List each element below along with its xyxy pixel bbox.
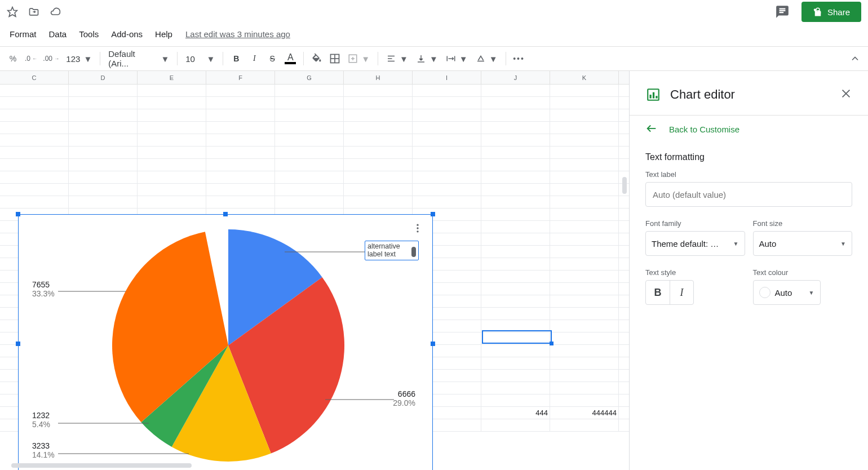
chart-menu-icon[interactable] [412, 223, 423, 236]
increase-decimal-button[interactable]: .00 → [41, 50, 61, 67]
svg-rect-17 [650, 95, 652, 99]
font-size-label: Font size [753, 219, 853, 228]
toolbar: % .0 ← .00 → 123▼ Default (Ari...▼ 10▼ B… [0, 46, 868, 71]
collapse-toolbar-icon[interactable] [847, 50, 863, 67]
menu-bar: Format Data Tools Add-ons Help Last edit… [0, 24, 868, 44]
svg-rect-18 [653, 92, 654, 99]
back-link-text: Back to Customise [669, 125, 739, 134]
svg-point-15 [417, 230, 418, 232]
section-title: Text formatting [645, 152, 852, 162]
comments-icon[interactable] [771, 1, 794, 23]
move-folder-icon[interactable] [28, 6, 39, 17]
font-size-select[interactable]: 10▼ [182, 50, 218, 67]
pie-chart[interactable] [110, 227, 347, 464]
valign-button[interactable]: ▼ [413, 50, 441, 67]
number-format-button[interactable]: 123▼ [63, 50, 95, 67]
col-header-e[interactable]: E [138, 71, 206, 84]
text-style-label: Text style [645, 268, 745, 277]
menu-tools[interactable]: Tools [74, 27, 104, 41]
text-label-input[interactable] [645, 182, 852, 207]
svg-point-14 [417, 227, 418, 229]
col-header-k[interactable]: K [550, 71, 619, 84]
label-editor-scrollbar[interactable] [411, 247, 416, 257]
col-header-j[interactable]: J [481, 71, 550, 84]
last-edit-link[interactable]: Last edit was 3 minutes ago [185, 29, 290, 39]
font-size-select[interactable]: Auto▼ [753, 231, 853, 256]
text-colour-select[interactable]: Auto▼ [753, 280, 821, 305]
back-to-customise[interactable]: Back to Customise [630, 115, 868, 143]
panel-title: Chart editor [670, 87, 735, 102]
chart-editor-panel: Chart editor Back to Customise Text form… [629, 71, 868, 470]
rotate-button[interactable]: ▼ [472, 50, 501, 67]
borders-button[interactable] [326, 50, 343, 67]
data-label[interactable]: 3233 14.1% [32, 441, 55, 459]
active-cell-handle[interactable] [550, 342, 553, 345]
svg-point-13 [417, 224, 418, 226]
strikethrough-button[interactable]: S [264, 50, 281, 67]
label-editor-text: alternative label text [367, 242, 400, 258]
col-header-h[interactable]: H [344, 71, 413, 84]
cloud-status-icon[interactable] [50, 6, 61, 17]
star-icon[interactable] [7, 6, 18, 17]
col-header-i[interactable]: I [413, 71, 481, 84]
col-header-f[interactable]: F [206, 71, 275, 84]
text-label-label: Text label [645, 170, 852, 179]
svg-rect-19 [656, 96, 657, 98]
fill-color-button[interactable] [308, 50, 325, 67]
col-header-g[interactable]: G [275, 71, 344, 84]
font-family-label: Font family [645, 219, 745, 228]
share-label: Share [827, 7, 850, 17]
halign-button[interactable]: ▼ [383, 50, 411, 67]
bold-button[interactable]: B [228, 50, 245, 67]
horizontal-scrollbar[interactable] [0, 461, 629, 470]
menu-addons[interactable]: Add-ons [106, 27, 148, 41]
percent-button[interactable]: % [5, 50, 21, 67]
data-label[interactable]: 7655 33.3% [32, 280, 55, 298]
col-header-d[interactable]: D [69, 71, 138, 84]
text-color-button[interactable]: A [282, 50, 299, 67]
label-editor[interactable]: alternative label text [365, 241, 419, 260]
more-button[interactable]: ••• [511, 50, 528, 67]
merge-button[interactable]: ▼ [344, 50, 373, 67]
svg-marker-0 [8, 7, 17, 17]
chart-object[interactable]: alternative label text 6666 29.0% 3233 1… [18, 214, 433, 470]
vertical-scrollbar[interactable] [620, 177, 629, 453]
font-family-select[interactable]: Theme default: …▼ [645, 231, 745, 256]
italic-toggle[interactable]: I [670, 281, 693, 304]
menu-help[interactable]: Help [150, 27, 178, 41]
menu-format[interactable]: Format [5, 27, 42, 41]
spreadsheet-grid[interactable]: C D E F G H I J K 444444444 [0, 71, 629, 470]
wrap-button[interactable]: ▼ [442, 50, 471, 67]
decrease-decimal-button[interactable]: .0 ← [23, 50, 39, 67]
data-label[interactable]: 6666 29.0% [393, 389, 415, 407]
chart-editor-icon [645, 87, 661, 103]
text-colour-label: Text colour [753, 268, 853, 277]
menu-data[interactable]: Data [44, 27, 72, 41]
title-bar: Share [0, 0, 868, 24]
close-icon[interactable] [840, 87, 852, 102]
bold-toggle[interactable]: B [646, 281, 670, 304]
data-label[interactable]: 1232 5.4% [32, 411, 50, 429]
share-button[interactable]: Share [801, 2, 861, 22]
font-family-select[interactable]: Default (Ari...▼ [105, 50, 172, 67]
column-headers: C D E F G H I J K [0, 71, 629, 85]
back-arrow-icon [645, 122, 658, 137]
col-header-c[interactable]: C [0, 71, 69, 84]
italic-button[interactable]: I [246, 50, 263, 67]
